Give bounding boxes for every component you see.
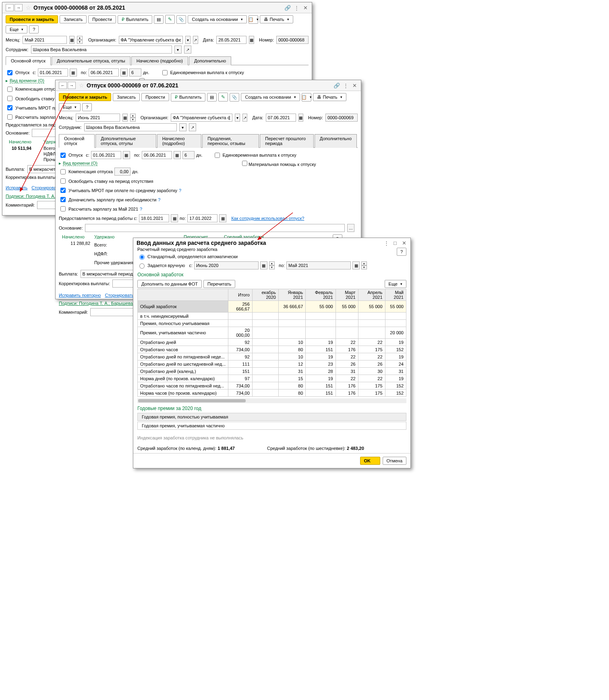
link-icon[interactable]: 🔗 bbox=[334, 82, 340, 89]
tab-add[interactable]: Дополнительные отпуска, отгулы bbox=[95, 134, 156, 148]
table-row[interactable]: в т.ч. неиндексируемый bbox=[138, 313, 406, 320]
close-icon[interactable]: ✕ bbox=[401, 240, 407, 246]
link-icon[interactable]: 🔗 bbox=[284, 4, 291, 11]
tab-main[interactable]: Основной отпуск bbox=[6, 56, 51, 65]
attach-button[interactable]: 📎 bbox=[176, 15, 186, 24]
from-date[interactable] bbox=[91, 151, 121, 159]
close-icon[interactable]: ✕ bbox=[351, 82, 358, 89]
more-button[interactable]: Еще bbox=[6, 25, 27, 33]
more-button[interactable]: Еще bbox=[385, 280, 406, 288]
from-date[interactable] bbox=[38, 68, 68, 77]
storno-link[interactable]: Сторнировать bbox=[105, 293, 134, 298]
org-input[interactable] bbox=[119, 36, 183, 44]
yearly-premium-partial[interactable]: Годовая премия, учитываемая частично bbox=[137, 422, 406, 430]
employee-input[interactable] bbox=[31, 46, 172, 54]
table-row[interactable]: Отработано часов734,0080151176175152 bbox=[138, 346, 406, 353]
back-button[interactable]: ← bbox=[59, 82, 67, 89]
table-row[interactable]: Отработано дней (календ.)1513128313031 bbox=[138, 368, 406, 375]
period-to[interactable] bbox=[187, 214, 218, 222]
table-row[interactable]: Норма дней (по произв. календарю)9715192… bbox=[138, 375, 406, 382]
date-input[interactable] bbox=[216, 36, 246, 44]
month-calendar-button[interactable]: ▦ bbox=[69, 36, 75, 44]
post-close-button[interactable]: Провести и закрыть bbox=[6, 15, 58, 23]
fill-fot-button[interactable]: Дополнить по данным ФОТ bbox=[137, 280, 202, 288]
table-row[interactable]: Отработано дней по шестидневной нед...11… bbox=[138, 360, 406, 368]
radio-manual[interactable] bbox=[139, 263, 145, 269]
table-row[interactable]: Отработано дней921019222219 bbox=[138, 339, 406, 346]
date-input[interactable] bbox=[266, 114, 296, 122]
basis-input[interactable] bbox=[85, 224, 345, 232]
create-based-button[interactable]: Создать на основании bbox=[188, 15, 246, 23]
recalc-month-checkbox[interactable] bbox=[60, 206, 66, 211]
star-icon[interactable]: ☆ bbox=[79, 82, 84, 89]
print-button[interactable]: 🖶 Печать bbox=[313, 93, 346, 101]
help-button[interactable]: ? bbox=[29, 25, 39, 33]
tab-additional[interactable]: Дополнительные отпуска, отгулы bbox=[52, 56, 130, 65]
tab-extra[interactable]: Дополнительно bbox=[315, 134, 357, 148]
write-button[interactable]: Записать bbox=[60, 15, 87, 23]
help-button[interactable]: ? bbox=[397, 248, 406, 256]
reread-button[interactable]: Перечитать bbox=[203, 280, 235, 288]
month-input[interactable] bbox=[76, 114, 120, 122]
month-input[interactable] bbox=[23, 36, 67, 44]
print-button[interactable]: 🖶 Печать bbox=[260, 15, 293, 23]
ok-button[interactable]: OK bbox=[360, 457, 380, 465]
edit-button[interactable]: ✎ bbox=[165, 15, 175, 24]
time-type-link[interactable]: Вид времени (О) bbox=[10, 78, 44, 83]
more-button[interactable]: Еще bbox=[59, 103, 81, 111]
post-close-button[interactable]: Провести и закрыть bbox=[59, 93, 111, 101]
tab-main[interactable]: Основной отпуск bbox=[59, 134, 95, 148]
edit-button[interactable]: ✎ bbox=[218, 93, 228, 101]
menu-icon[interactable]: ⋮ bbox=[383, 240, 389, 246]
period-from[interactable] bbox=[139, 214, 169, 222]
payout-input[interactable] bbox=[81, 270, 137, 278]
comment-input[interactable] bbox=[37, 201, 57, 209]
time-type-link[interactable]: Вид времени (О) bbox=[63, 161, 97, 166]
signs-link[interactable]: Подписи: Погодина Т. А., Барышева З. bbox=[59, 301, 138, 306]
table-row[interactable]: Премия, полностью учитываемая bbox=[138, 320, 406, 327]
write-button[interactable]: Записать bbox=[113, 93, 140, 101]
create-based-button[interactable]: Создать на основании bbox=[241, 93, 300, 101]
report-button[interactable]: ▤ bbox=[154, 15, 164, 24]
star-icon[interactable]: ☆ bbox=[26, 4, 31, 11]
to-date[interactable] bbox=[89, 68, 119, 77]
table-row[interactable]: Норма часов (по произв. календарю)734,00… bbox=[138, 389, 406, 397]
basis-input[interactable] bbox=[32, 129, 56, 137]
mrot-checkbox[interactable] bbox=[7, 105, 12, 110]
to-date[interactable] bbox=[142, 151, 172, 159]
vacation-checkbox[interactable] bbox=[60, 153, 66, 158]
attach-button[interactable]: 📎 bbox=[230, 93, 239, 101]
radio-standard[interactable] bbox=[139, 255, 145, 260]
table-row[interactable]: Премия, учитываемая частично20 000,0020 … bbox=[138, 327, 406, 339]
table-row[interactable]: Общий заработок256 666,6736 666,6755 000… bbox=[138, 301, 406, 313]
tab-recalc[interactable]: Пересчет прошлого периода bbox=[260, 134, 314, 148]
cancel-button[interactable]: Отмена bbox=[383, 457, 406, 465]
tab-accrued[interactable]: Начислено (подробно) bbox=[131, 56, 188, 65]
forward-button[interactable]: → bbox=[14, 4, 23, 11]
post-button[interactable]: Провести bbox=[88, 15, 116, 23]
pay-button[interactable]: ₽Выплатить bbox=[118, 15, 152, 24]
how-used-link[interactable]: Как сотрудник использовал отпуск? bbox=[231, 216, 304, 221]
menu-icon[interactable]: ⋮ bbox=[342, 82, 349, 89]
free-rate-checkbox[interactable] bbox=[7, 96, 12, 101]
forward-button[interactable]: → bbox=[68, 82, 76, 89]
accrue-add-checkbox[interactable] bbox=[60, 197, 66, 202]
menu-icon[interactable]: ⋮ bbox=[293, 4, 300, 11]
lump-checkbox[interactable] bbox=[162, 70, 168, 75]
tab-ext[interactable]: Продления, переносы, отзывы bbox=[202, 134, 259, 148]
help-button[interactable]: ? bbox=[82, 103, 92, 111]
horizontal-scrollbar[interactable] bbox=[137, 398, 406, 403]
doc-icon-button[interactable]: 📋 bbox=[249, 15, 258, 24]
recalc-checkbox[interactable] bbox=[7, 114, 12, 120]
tab-accrued[interactable]: Начислено (подробно) bbox=[157, 134, 202, 148]
fix-link[interactable]: Исправить bbox=[6, 185, 27, 190]
fix-link[interactable]: Исправить повторно bbox=[59, 293, 101, 298]
close-icon[interactable]: ✕ bbox=[302, 4, 309, 11]
table-row[interactable]: Отработано дней по пятидневной неде...92… bbox=[138, 353, 406, 360]
maximize-icon[interactable]: □ bbox=[392, 240, 398, 246]
table-row[interactable]: Отработано часов по пятидневной нед...73… bbox=[138, 382, 406, 389]
pay-button[interactable]: ₽Выплатить bbox=[171, 93, 205, 101]
doc-icon-button[interactable]: 📋 bbox=[302, 93, 311, 101]
yearly-premium-full[interactable]: Годовая премия, полностью учитываемая bbox=[137, 413, 406, 421]
comp-checkbox[interactable] bbox=[7, 87, 12, 92]
